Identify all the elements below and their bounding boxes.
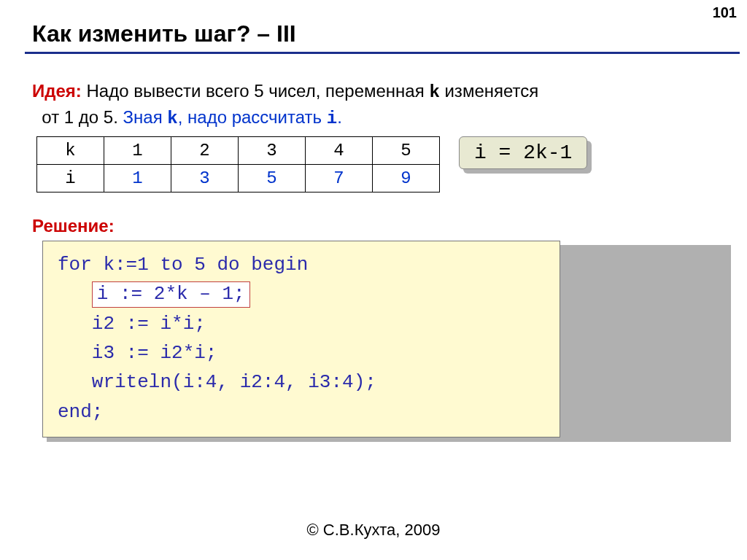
idea-text: Идея: Надо вывести всего 5 чисел, переме… — [32, 79, 727, 131]
idea-var-k: k — [429, 82, 439, 102]
i-cell: 3 — [171, 165, 239, 192]
page-number: 101 — [713, 4, 737, 21]
code-line: i3 := i2*i; — [58, 342, 217, 364]
code-highlight-line: i := 2*k – 1; — [92, 281, 250, 308]
slide-title: Как изменить шаг? – III — [32, 20, 727, 47]
i-cell: 5 — [239, 165, 306, 192]
idea-accent3: . — [337, 107, 342, 127]
row-k-label: k — [37, 137, 104, 165]
code-line: i2 := i*i; — [58, 313, 206, 335]
k-cell: 5 — [373, 137, 440, 165]
code-line: end; — [58, 401, 103, 423]
code-block-container: for k:=1 to 5 do begin i := 2*k – 1; i2 … — [42, 241, 727, 438]
i-cell: 7 — [306, 165, 373, 192]
k-cell: 1 — [104, 137, 171, 165]
idea-part2: изменяется — [440, 81, 538, 101]
i-cell: 9 — [373, 165, 440, 192]
idea-line2a: от 1 до 5. — [42, 107, 123, 127]
title-underline — [25, 52, 740, 54]
idea-label: Идея: — [32, 81, 82, 101]
table-row: k 1 2 3 4 5 — [37, 137, 440, 165]
k-cell: 2 — [171, 137, 239, 165]
idea-part1: Надо вывести всего 5 чисел, переменная — [82, 81, 430, 101]
table-row: i 1 3 5 7 9 — [37, 165, 440, 192]
idea-var-k2: k — [167, 109, 177, 128]
i-cell: 1 — [104, 165, 171, 192]
idea-accent2: , надо рассчитать — [178, 107, 327, 127]
k-cell: 4 — [306, 137, 373, 165]
code-line: writeln(i:4, i2:4, i3:4); — [58, 371, 376, 393]
footer-copyright: © С.В.Кухта, 2009 — [0, 521, 747, 540]
idea-accent: Зная — [123, 107, 168, 127]
code-block: for k:=1 to 5 do begin i := 2*k – 1; i2 … — [42, 241, 560, 438]
idea-var-i: i — [327, 109, 337, 128]
formula-callout: i = 2k-1 — [459, 136, 587, 169]
k-cell: 3 — [239, 137, 306, 165]
k-i-table: k 1 2 3 4 5 i 1 3 5 7 9 — [36, 136, 440, 192]
solution-label: Решение: — [32, 216, 727, 236]
row-i-label: i — [37, 165, 104, 192]
formula-text: i = 2k-1 — [459, 136, 587, 169]
code-line: for k:=1 to 5 do begin — [58, 254, 308, 276]
